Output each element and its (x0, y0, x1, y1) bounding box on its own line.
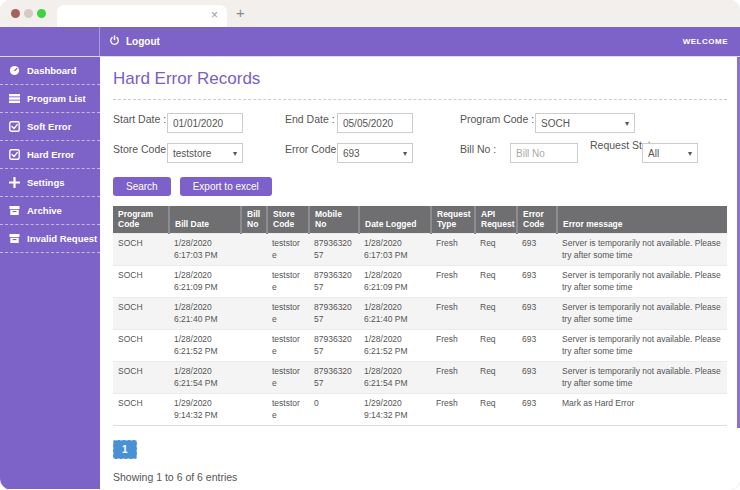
table-cell: 1/29/2020 9:14:32 PM (169, 394, 241, 426)
sidebar-item-archive[interactable]: Archive (0, 197, 100, 225)
table-cell: SOCH (113, 394, 169, 426)
table-cell: Fresh (431, 234, 475, 266)
table-cell: Server is temporarily not available. Ple… (557, 362, 727, 394)
power-icon (109, 35, 120, 48)
table-row: SOCH1/29/2020 9:14:32 PMteststore01/29/2… (113, 394, 727, 426)
new-tab-button[interactable]: + (236, 4, 245, 22)
table-cell: 693 (517, 234, 557, 266)
table-row: SOCH1/28/2020 6:21:52 PMteststore8793632… (113, 330, 727, 362)
window-control-minimize[interactable] (24, 9, 33, 18)
table-cell: 1/28/2020 6:21:40 PM (359, 298, 431, 330)
table-cell: Req (475, 298, 517, 330)
table-cell: Server is temporarily not available. Ple… (557, 330, 727, 362)
table-cell: SOCH (113, 298, 169, 330)
request-status-select[interactable]: All ▾ (642, 143, 698, 163)
table-cell: teststore (267, 362, 309, 394)
sidebar-item-soft-error[interactable]: Soft Error (0, 113, 100, 141)
sidebar-header (0, 27, 100, 56)
end-date-input[interactable] (337, 113, 413, 133)
dashboard-icon (9, 65, 20, 76)
export-to-excel-button[interactable]: Export to excel (180, 177, 272, 196)
table-row: SOCH1/28/2020 6:21:09 PMteststore8793632… (113, 266, 727, 298)
error-code-select[interactable]: 693 ▾ (337, 143, 413, 163)
program-code-select[interactable]: SOCH ▾ (535, 113, 635, 133)
logout-button[interactable]: Logout (109, 35, 160, 48)
browser-tab[interactable]: × (57, 5, 227, 27)
table-cell: 8793632057 (309, 266, 359, 298)
column-header-error-message[interactable]: Error message (557, 206, 727, 234)
table-cell: 0 (309, 394, 359, 426)
table-cell (241, 330, 267, 362)
sidebar-item-label: Program List (27, 93, 86, 104)
column-header-program-code[interactable]: Program Code (113, 206, 169, 234)
table-body: SOCH1/28/2020 6:17:03 PMteststore8793632… (113, 234, 727, 426)
table-cell: 693 (517, 266, 557, 298)
sidebar-item-hard-error[interactable]: Hard Error (0, 141, 100, 169)
action-buttons: Search Export to excel (113, 177, 727, 196)
table-cell: 1/28/2020 6:21:40 PM (169, 298, 241, 330)
start-date-input[interactable] (167, 113, 243, 133)
sidebar-nav: DashboardProgram ListSoft ErrorHard Erro… (0, 57, 100, 253)
sidebar-item-invalid-request[interactable]: Invalid Request (0, 225, 100, 253)
table-cell: Server is temporarily not available. Ple… (557, 234, 727, 266)
welcome-text: WELCOME (683, 37, 728, 46)
store-code-label: Store Code : (113, 143, 172, 155)
sidebar-item-dashboard[interactable]: Dashboard (0, 57, 100, 85)
table-cell: 693 (517, 298, 557, 330)
table-cell: Fresh (431, 266, 475, 298)
table-cell: 8793632057 (309, 330, 359, 362)
filter-panel: Start Date : End Date : Program Code : S… (113, 113, 727, 173)
bill-no-input[interactable] (510, 143, 578, 163)
table-cell: 1/28/2020 6:21:09 PM (169, 266, 241, 298)
table-cell: 1/28/2020 6:17:03 PM (359, 234, 431, 266)
close-icon[interactable]: × (211, 8, 218, 22)
table-cell: teststore (267, 266, 309, 298)
column-header-api-request[interactable]: API Request (475, 206, 517, 234)
table-cell: 1/28/2020 6:17:03 PM (169, 234, 241, 266)
column-header-date-logged[interactable]: Date Logged (359, 206, 431, 234)
table-cell: 1/28/2020 6:21:09 PM (359, 266, 431, 298)
table-cell: Fresh (431, 330, 475, 362)
table-cell: 1/28/2020 6:21:54 PM (169, 362, 241, 394)
column-header-error-code[interactable]: Error Code (517, 206, 557, 234)
table-cell: Mark as Hard Error (557, 394, 727, 426)
page-1-button[interactable]: 1 (113, 440, 137, 459)
window-control-close[interactable] (11, 9, 20, 18)
sidebar-item-program-list[interactable]: Program List (0, 85, 100, 113)
table-cell: 693 (517, 362, 557, 394)
column-header-request-type[interactable]: Request Type (431, 206, 475, 234)
table-cell: teststore (267, 394, 309, 426)
column-header-bill-date[interactable]: Bill Date (169, 206, 241, 234)
request-status-label: Request Status: (590, 139, 638, 152)
column-header-mobile-no[interactable]: Mobile No (309, 206, 359, 234)
error-code-label: Error Code : (285, 143, 342, 155)
table-header-row: Program CodeBill DateBill NoStore CodeMo… (113, 206, 727, 234)
logout-label: Logout (126, 36, 160, 47)
sidebar-item-label: Invalid Request (27, 233, 97, 244)
table-cell (241, 234, 267, 266)
pagination: 1 (113, 439, 727, 459)
search-button[interactable]: Search (113, 177, 171, 196)
table-cell: 693 (517, 394, 557, 426)
sidebar-item-label: Settings (27, 177, 64, 188)
bill-no-label: Bill No : (460, 143, 496, 155)
table-cell (241, 362, 267, 394)
browser-window: × + Logout WELCOME DashboardProgram List… (0, 0, 740, 490)
store-code-select[interactable]: teststore ▾ (167, 143, 243, 163)
chevron-down-icon: ▾ (688, 149, 692, 158)
table-cell: 8793632057 (309, 298, 359, 330)
table-cell: 1/28/2020 6:21:54 PM (359, 362, 431, 394)
table-cell: Req (475, 362, 517, 394)
table-cell: Fresh (431, 362, 475, 394)
plus-icon (9, 177, 20, 188)
table-cell: Req (475, 330, 517, 362)
window-control-maximize[interactable] (37, 9, 46, 18)
table-cell: Req (475, 266, 517, 298)
table-cell: SOCH (113, 330, 169, 362)
column-header-store-code[interactable]: Store Code (267, 206, 309, 234)
table-cell: 693 (517, 330, 557, 362)
table-cell: 8793632057 (309, 234, 359, 266)
table-cell (241, 266, 267, 298)
column-header-bill-no[interactable]: Bill No (241, 206, 267, 234)
sidebar-item-settings[interactable]: Settings (0, 169, 100, 197)
